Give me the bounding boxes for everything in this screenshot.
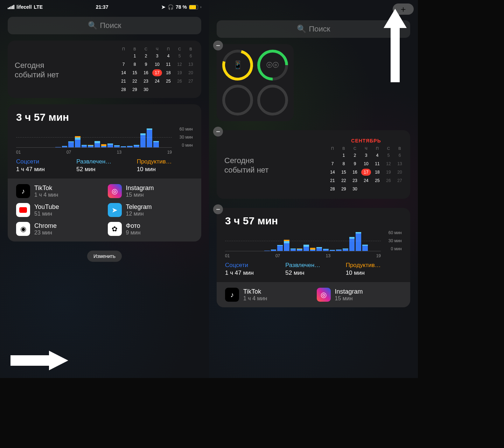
search-placeholder: Поиск xyxy=(100,21,121,30)
calendar-widget[interactable]: Сегодня событий нет ПВСЧПСВ1234567891011… xyxy=(8,41,201,98)
app-list: ♪TikTok1 ч 4 мин◎Instagram15 минYouTube5… xyxy=(8,178,201,241)
svg-marker-1 xyxy=(384,9,407,82)
tutorial-arrow-up-icon xyxy=(383,7,407,84)
no-events-line1: Сегодня xyxy=(224,156,323,166)
airpods-battery-ring: ⦾⦾ xyxy=(251,43,294,87)
search-bar[interactable]: 🔍 Поиск xyxy=(217,20,410,38)
calendar-grid: ПВСЧПСВ123456789101112131415161718192021… xyxy=(119,47,196,93)
batteries-widget[interactable]: − 📱 ⦾⦾ xyxy=(217,44,294,121)
app-icon: ♪ xyxy=(16,184,30,198)
no-events-line1: Сегодня xyxy=(15,61,114,70)
search-icon: 🔍 xyxy=(88,21,97,30)
tutorial-arrow-right-icon xyxy=(7,350,70,371)
calendar-grid: СЕНТЯБРЬПВСЧПСВ1234567891011121314151617… xyxy=(328,138,405,192)
app-item[interactable]: ✿Фото9 мин xyxy=(108,222,193,236)
app-item[interactable]: ➤Telegram12 мин xyxy=(108,203,193,217)
screen-time-chart: 60 мин30 мин0 мин 01071319 xyxy=(225,230,402,258)
remove-widget-button[interactable]: − xyxy=(213,127,223,136)
search-bar[interactable]: 🔍 Поиск xyxy=(8,17,201,34)
battery-percent: 78 % xyxy=(176,4,187,10)
clock: 21:37 xyxy=(96,4,108,10)
edit-button[interactable]: Изменить xyxy=(87,251,122,262)
search-icon: 🔍 xyxy=(297,24,306,34)
headphones-icon: 🎧 xyxy=(168,4,174,10)
status-bar: lifecell LTE 21:37 ➤ 🎧 78 % ⚡ xyxy=(8,0,201,14)
screen-time-widget[interactable]: − 3 ч 57 мин 60 мин30 мин0 мин 01071319 … xyxy=(217,208,410,307)
screen-time-widget[interactable]: 3 ч 57 мин 60 мин30 мин0 мин 01071319 Со… xyxy=(8,104,201,241)
app-icon xyxy=(16,203,30,217)
no-events-line2: событий нет xyxy=(224,165,323,175)
app-icon: ◎ xyxy=(317,288,331,302)
no-events-line2: событий нет xyxy=(15,70,114,80)
signal-icon xyxy=(8,5,14,9)
screen-time-chart: 60 мин30 мин0 мин 01071319 xyxy=(16,127,193,155)
app-item[interactable]: ◎Instagram15 мин xyxy=(317,288,402,302)
app-item[interactable]: ◎Instagram15 мин xyxy=(108,184,193,198)
search-placeholder: Поиск xyxy=(309,24,330,34)
battery-icon: ⚡ xyxy=(189,5,198,9)
iphone-battery-ring: 📱 xyxy=(217,44,259,86)
left-screenshot: lifecell LTE 21:37 ➤ 🎧 78 % ⚡ 🔍 Поиск Се… xyxy=(0,0,209,378)
remove-widget-button[interactable]: − xyxy=(213,204,223,214)
right-screenshot: ＋ 🔍 Поиск − 📱 ⦾⦾ − Сегодня событий нет С… xyxy=(209,0,418,378)
carrier: lifecell xyxy=(16,4,32,10)
location-icon: ➤ xyxy=(161,4,166,10)
remove-widget-button[interactable]: − xyxy=(213,41,223,50)
screen-time-total: 3 ч 57 мин xyxy=(225,215,402,227)
app-item[interactable]: YouTube51 мин xyxy=(16,203,102,217)
categories: Соцсети1 ч 47 минРазвлечен…52 минПродукт… xyxy=(16,158,193,173)
app-icon: ♪ xyxy=(225,288,239,302)
categories: Соцсети1 ч 47 минРазвлечен…52 минПродукт… xyxy=(225,262,402,276)
app-icon: ◎ xyxy=(108,184,122,198)
app-item[interactable]: ♪TikTok1 ч 4 мин xyxy=(16,184,102,198)
app-item[interactable]: ♪TikTok1 ч 4 мин xyxy=(225,288,310,302)
app-icon: ➤ xyxy=(108,203,122,217)
empty-battery-ring xyxy=(257,85,288,115)
app-list: ♪TikTok1 ч 4 мин◎Instagram15 мин xyxy=(217,282,410,307)
iphone-icon: 📱 xyxy=(233,61,243,70)
app-icon: ◉ xyxy=(16,222,30,236)
svg-marker-0 xyxy=(10,351,68,370)
network: LTE xyxy=(34,4,43,10)
empty-battery-ring xyxy=(222,85,253,115)
airpods-icon: ⦾⦾ xyxy=(266,61,279,70)
calendar-widget[interactable]: − Сегодня событий нет СЕНТЯБРЬПВСЧПСВ123… xyxy=(217,130,410,199)
screen-time-total: 3 ч 57 мин xyxy=(16,111,193,123)
app-icon: ✿ xyxy=(108,222,122,236)
app-item[interactable]: ◉Chrome23 мин xyxy=(16,222,102,236)
